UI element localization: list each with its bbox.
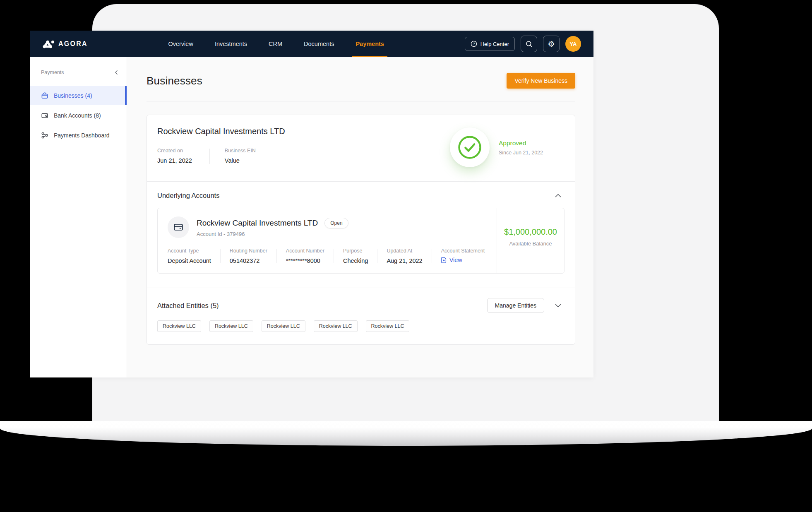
business-ein-value: Value: [225, 157, 256, 164]
approval-status: Approved Since Jun 21, 2022: [450, 127, 543, 167]
entity-chip[interactable]: Rockview LLC: [314, 320, 358, 332]
account-statement-label: Account Statement: [441, 248, 485, 254]
updated-at-value: Aug 21, 2022: [387, 257, 422, 264]
approval-text: Approved Since Jun 21, 2022: [499, 139, 543, 156]
view-statement-link[interactable]: View: [441, 257, 485, 263]
collapse-section-button[interactable]: [555, 194, 561, 197]
purpose-field: Purpose Checking: [334, 248, 377, 264]
help-center-button[interactable]: ? Help Center: [465, 37, 515, 51]
app-window: AGORA Overview Investments CRM Documents…: [30, 31, 593, 377]
expand-entities-button[interactable]: [555, 304, 561, 308]
available-balance-label: Available Balance: [509, 240, 552, 247]
nav-crm[interactable]: CRM: [269, 31, 282, 57]
gear-icon: ⚙: [548, 40, 555, 48]
account-id: Account Id - 379496: [197, 231, 348, 237]
verify-new-business-button[interactable]: Verify New Business: [507, 73, 575, 89]
purpose-label: Purpose: [343, 248, 368, 254]
avatar-initials: YA: [570, 41, 577, 47]
created-on-label: Created on: [157, 148, 192, 154]
laptop-mockup: AGORA Overview Investments CRM Documents…: [0, 0, 812, 512]
status-since: Since Jun 21, 2022: [499, 150, 543, 156]
attached-entities-title: Attached Entities (5): [157, 302, 219, 310]
account-status-badge: Open: [324, 218, 348, 228]
sidebar-collapse-button[interactable]: [114, 70, 118, 75]
nav-investments[interactable]: Investments: [215, 31, 247, 57]
svg-text:?: ?: [473, 42, 475, 46]
purpose-value: Checking: [343, 257, 368, 264]
underlying-account-card: Rockview Capital Investments LTD Open Ac…: [157, 208, 565, 274]
view-statement-label: View: [449, 257, 462, 263]
header-divider: [147, 101, 575, 101]
search-button[interactable]: [521, 36, 537, 52]
created-on-field: Created on Jun 21, 2022: [157, 148, 192, 164]
sidebar-item-label: Businesses (4): [54, 92, 92, 99]
balance-panel: $1,000,000.00 Available Balance: [497, 208, 564, 273]
account-number-label: Account Number: [286, 248, 324, 254]
approved-check-icon: [450, 127, 490, 167]
sidebar-item-label: Bank Accounts (8): [54, 112, 101, 119]
account-name: Rockview Capital Investments LTD: [197, 219, 318, 228]
search-icon: [526, 41, 533, 48]
bank-card-icon: [41, 112, 48, 119]
agora-logo-icon: [43, 39, 54, 49]
account-details: Account Type Deposit Account Routing Num…: [168, 248, 497, 264]
sidebar-item-bank-accounts[interactable]: Bank Accounts (8): [30, 106, 127, 125]
main-nav: Overview Investments CRM Documents Payme…: [88, 31, 465, 57]
updated-at-field: Updated At Aug 21, 2022: [377, 248, 431, 264]
sidebar: Payments Busine: [30, 57, 127, 377]
account-number-value: *********8000: [286, 257, 324, 264]
dashboard-nodes-icon: [41, 132, 48, 139]
nav-payments[interactable]: Payments: [356, 31, 384, 57]
nav-overview[interactable]: Overview: [168, 31, 193, 57]
top-navbar: AGORA Overview Investments CRM Documents…: [30, 31, 593, 57]
help-center-label: Help Center: [480, 41, 509, 47]
account-type-label: Account Type: [168, 248, 211, 254]
business-info: Rockview Capital Investments LTD Created…: [157, 127, 285, 164]
question-circle-icon: ?: [471, 41, 477, 47]
laptop-base: [0, 421, 812, 446]
credit-card-icon: [168, 216, 189, 238]
account-heading: Rockview Capital Investments LTD Open Ac…: [197, 218, 348, 237]
main-content: Businesses Verify New Business Rockview …: [127, 57, 593, 377]
section-divider: [147, 181, 575, 182]
entity-chip[interactable]: Rockview LLC: [157, 320, 201, 332]
nav-documents[interactable]: Documents: [304, 31, 334, 57]
routing-number-label: Routing Number: [230, 248, 267, 254]
updated-at-label: Updated At: [387, 248, 422, 254]
entity-chips: Rockview LLC Rockview LLC Rockview LLC R…: [157, 320, 565, 332]
business-card: Rockview Capital Investments LTD Created…: [147, 115, 575, 345]
avatar[interactable]: YA: [565, 36, 581, 52]
business-ein-label: Business EIN: [225, 148, 256, 154]
sidebar-item-payments-dashboard[interactable]: Payments Dashboard: [30, 126, 127, 145]
account-type-field: Account Type Deposit Account: [168, 248, 220, 264]
account-statement-field: Account Statement View: [432, 248, 494, 264]
sidebar-title: Payments: [41, 70, 64, 75]
settings-button[interactable]: ⚙: [543, 36, 560, 52]
section-divider: [147, 288, 575, 288]
account-type-value: Deposit Account: [168, 257, 211, 264]
business-name: Rockview Capital Investments LTD: [157, 127, 285, 136]
business-ein-field: Business EIN Value: [225, 148, 256, 164]
entity-chip[interactable]: Rockview LLC: [262, 320, 305, 332]
manage-entities-button[interactable]: Manage Entities: [487, 298, 544, 313]
sidebar-item-businesses[interactable]: Businesses (4): [30, 86, 127, 105]
field-divider: [209, 149, 210, 164]
created-on-value: Jun 21, 2022: [157, 157, 192, 164]
nav-controls: ? Help Center ⚙: [465, 36, 581, 52]
entity-chip[interactable]: Rockview LLC: [366, 320, 410, 332]
briefcase-icon: [41, 92, 48, 99]
brand-name: AGORA: [58, 40, 88, 48]
page-title: Businesses: [147, 75, 202, 87]
sidebar-item-label: Payments Dashboard: [54, 132, 110, 139]
brand[interactable]: AGORA: [43, 39, 88, 49]
entity-chip[interactable]: Rockview LLC: [209, 320, 253, 332]
underlying-accounts-title: Underlying Accounts: [157, 192, 219, 200]
routing-number-value: 051402372: [230, 257, 267, 264]
account-number-field: Account Number *********8000: [277, 248, 334, 264]
available-balance-amount: $1,000,000.00: [504, 227, 557, 237]
document-icon: [441, 257, 447, 263]
status-badge: Approved: [499, 139, 543, 147]
routing-number-field: Routing Number 051402372: [221, 248, 276, 264]
